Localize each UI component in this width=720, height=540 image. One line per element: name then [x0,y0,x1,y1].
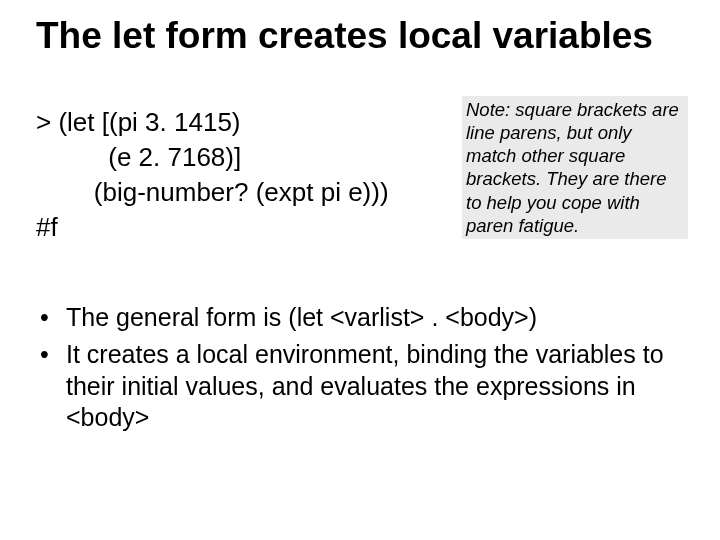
code-line-3: (big-number? (expt pi e))) [36,175,446,210]
bullet-text: It creates a local environment, binding … [66,339,684,433]
code-line-1: > (let [(pi 3. 1415) [36,105,446,140]
list-item: • The general form is (let <varlist> . <… [36,302,684,333]
bullet-dot: • [36,339,66,433]
page-title: The let form creates local variables [36,16,700,57]
list-item: • It creates a local environment, bindin… [36,339,684,433]
bullet-dot: • [36,302,66,333]
note-callout: Note: square brackets are line parens, b… [462,96,688,239]
code-line-4: #f [36,210,446,245]
code-line-2: (e 2. 7168)] [36,140,446,175]
bullet-text: The general form is (let <varlist> . <bo… [66,302,684,333]
slide: The let form creates local variables > (… [0,0,720,540]
bullet-list: • The general form is (let <varlist> . <… [36,302,684,439]
code-example: > (let [(pi 3. 1415) (e 2. 7168)] (big-n… [36,105,446,245]
